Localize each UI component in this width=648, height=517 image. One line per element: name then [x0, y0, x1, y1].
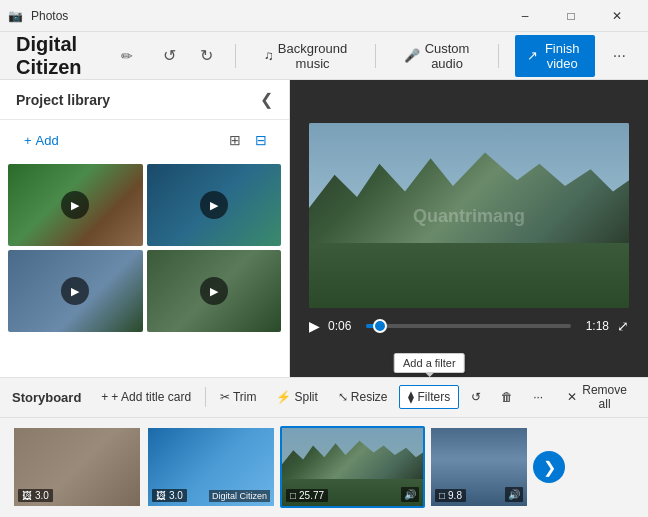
redo-button[interactable]: ↻: [194, 42, 219, 69]
time-total: 1:18: [579, 319, 609, 333]
clip-1-label: 🖼 3.0: [18, 489, 53, 502]
toolbar-separator: [235, 44, 236, 68]
add-label: Add: [36, 133, 59, 148]
custom-audio-button[interactable]: 🎤 Custom audio: [392, 35, 482, 77]
toolbar-separator-3: [498, 44, 499, 68]
play-overlay-2: ▶: [200, 191, 228, 219]
window-controls: – □ ✕: [502, 0, 640, 32]
media-thumb-2[interactable]: ▶: [147, 164, 282, 246]
background-music-label: Background music: [278, 41, 347, 71]
undo-button[interactable]: ↺: [157, 42, 182, 69]
delete-button[interactable]: 🗑: [493, 386, 521, 408]
fullscreen-button[interactable]: ⤢: [617, 318, 629, 334]
play-button[interactable]: ▶: [309, 318, 320, 334]
media-thumb-3[interactable]: ▶: [8, 250, 143, 332]
background-music-button[interactable]: ♫ Background music: [252, 35, 359, 77]
view-toggle: ⊞ ⊟: [223, 128, 273, 152]
add-title-card-button[interactable]: + + Add title card: [93, 386, 199, 408]
sidebar-header: Project library ❮: [0, 80, 289, 120]
minimize-button[interactable]: –: [502, 0, 548, 32]
storyboard-clip-2[interactable]: 🖼 3.0 Digital Citizen: [146, 426, 276, 508]
seek-thumb: [373, 319, 387, 333]
media-thumb-4[interactable]: ▶: [147, 250, 282, 332]
watermark: Quantrimang: [413, 205, 525, 226]
filters-label: Filters: [417, 390, 450, 404]
storyboard-title: Storyboard: [12, 390, 81, 405]
trim-button[interactable]: ✂ Trim: [212, 386, 265, 408]
play-overlay-3: ▶: [61, 277, 89, 305]
add-title-card-label: + Add title card: [111, 390, 191, 404]
split-icon: ⚡: [276, 390, 291, 404]
export-icon: ↗: [527, 48, 538, 63]
storyboard-clip-4[interactable]: □ 9.8 🔊: [429, 426, 529, 508]
toolbar-separator-2: [375, 44, 376, 68]
resize-label: Resize: [351, 390, 388, 404]
close-button[interactable]: ✕: [594, 0, 640, 32]
resize-icon: ⤡: [338, 390, 348, 404]
resize-button[interactable]: ⤡ Resize: [330, 386, 396, 408]
seek-bar[interactable]: [366, 324, 571, 328]
remove-all-x-icon: ✕: [567, 390, 577, 404]
clip-2-duration: 3.0: [169, 490, 183, 501]
playback-controls: ▶ 0:06 1:18 ⤢: [309, 318, 629, 334]
sb-separator-1: [205, 387, 206, 407]
grid-view-button[interactable]: ⊞: [223, 128, 247, 152]
music-icon: ♫: [264, 48, 274, 63]
plus-icon-sb: +: [101, 390, 108, 404]
clip-1-image-icon: 🖼: [22, 490, 32, 501]
finish-video-label: Finish video: [542, 41, 583, 71]
filter-icon: ⧫: [408, 390, 414, 404]
media-thumb-1[interactable]: ▶: [8, 164, 143, 246]
clip-4-duration: 9.8: [448, 490, 462, 501]
app-icon: 📷: [8, 9, 23, 23]
clip-2-text-overlay: Digital Citizen: [209, 490, 270, 502]
remove-all-label: Remove all: [581, 383, 628, 411]
clip-3-duration: 25.77: [299, 490, 324, 501]
maximize-button[interactable]: □: [548, 0, 594, 32]
time-current: 0:06: [328, 319, 358, 333]
sidebar-title: Project library: [16, 92, 260, 108]
storyboard-clips: 🖼 3.0 🖼 3.0 Digital Citizen: [0, 418, 648, 517]
custom-audio-label: Custom audio: [424, 41, 470, 71]
project-title: Digital Citizen: [16, 33, 103, 79]
sidebar-collapse-button[interactable]: ❮: [260, 90, 273, 109]
storyboard-clip-3[interactable]: □ 25.77 🔊: [280, 426, 425, 508]
clip-4-label: □ 9.8: [435, 489, 466, 502]
split-label: Split: [294, 390, 317, 404]
edit-icon[interactable]: ✏: [121, 48, 133, 64]
trim-icon: ✂: [220, 390, 230, 404]
filters-tooltip: Add a filter: [394, 353, 465, 373]
content-area: Project library ❮ + Add ⊞ ⊟ ▶ ▶: [0, 80, 648, 377]
clip-3-video-icon: □: [290, 490, 296, 501]
more-clip-options-button[interactable]: ···: [525, 386, 551, 408]
more-options-button[interactable]: ···: [607, 43, 632, 69]
split-button[interactable]: ⚡ Split: [268, 386, 325, 408]
rotate-button[interactable]: ↺: [463, 386, 489, 408]
app-body: Digital Citizen ✏ ↺ ↻ ♫ Background music…: [0, 32, 648, 517]
sidebar-toolbar: + Add ⊞ ⊟: [0, 120, 289, 160]
sidebar: Project library ❮ + Add ⊞ ⊟ ▶ ▶: [0, 80, 290, 377]
play-overlay-4: ▶: [200, 277, 228, 305]
add-media-button[interactable]: + Add: [16, 129, 67, 152]
plus-icon: +: [24, 133, 32, 148]
clip-1-duration: 3.0: [35, 490, 49, 501]
titlebar: 📷 Photos – □ ✕: [0, 0, 648, 32]
header-toolbar: Digital Citizen ✏ ↺ ↻ ♫ Background music…: [0, 32, 648, 80]
media-grid: ▶ ▶ ▶ ▶: [0, 160, 289, 336]
clip-2-label: 🖼 3.0: [152, 489, 187, 502]
preview-area: Quantrimang ▶ 0:06 1:18 ⤢: [290, 80, 648, 377]
storyboard-area: Storyboard + + Add title card ✂ Trim ⚡ S…: [0, 377, 648, 517]
list-view-button[interactable]: ⊟: [249, 128, 273, 152]
tree-layer: [309, 243, 629, 308]
filters-button[interactable]: ⧫ Filters: [399, 385, 459, 409]
finish-video-button[interactable]: ↗ Finish video: [515, 35, 595, 77]
storyboard-toolbar: Storyboard + + Add title card ✂ Trim ⚡ S…: [0, 378, 648, 418]
video-preview: Quantrimang: [309, 123, 629, 308]
play-overlay-1: ▶: [61, 191, 89, 219]
next-clip-button[interactable]: ❯: [533, 451, 565, 483]
remove-all-button[interactable]: ✕ Remove all: [559, 379, 636, 415]
filters-container: Add a filter ⧫ Filters: [399, 385, 459, 409]
audio-icon: 🎤: [404, 48, 420, 63]
trim-label: Trim: [233, 390, 257, 404]
storyboard-clip-1[interactable]: 🖼 3.0: [12, 426, 142, 508]
